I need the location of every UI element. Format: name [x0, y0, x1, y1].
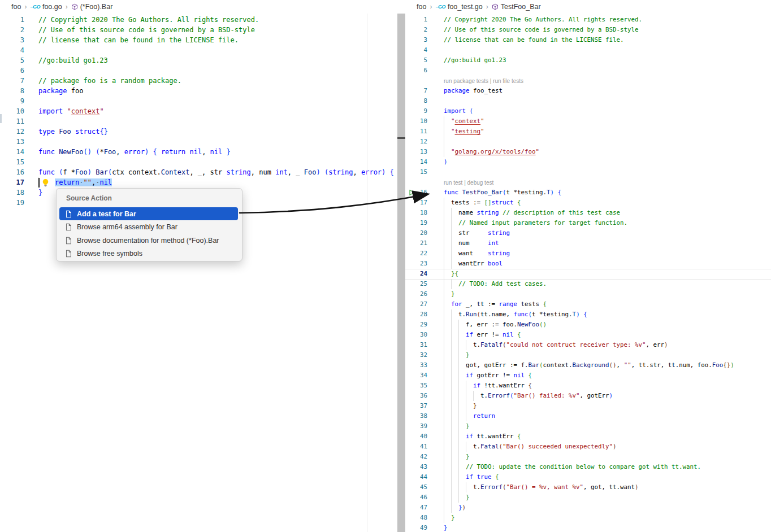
code-line-2[interactable]: 2// Use of this source code is governed …: [405, 25, 771, 35]
code-line-9[interactable]: 9import (: [405, 106, 771, 116]
code-line-15[interactable]: 15: [0, 157, 402, 167]
code-line-27[interactable]: 27 for _, tt := range tests {: [405, 299, 771, 309]
code-line-34[interactable]: 34 if gotErr != nil {: [405, 370, 771, 381]
code-line-41[interactable]: 41 t.Fatal("Bar() succeeded unexpectedly…: [405, 442, 771, 452]
codelens-link[interactable]: run package tests: [444, 78, 488, 84]
code-line-5[interactable]: 5//go:build go1.23: [405, 55, 771, 66]
code-line-18[interactable]: 18 name string // description of this te…: [405, 208, 771, 218]
code-token: !tt.wantErr {: [480, 382, 532, 389]
code-line-46[interactable]: 46 }: [405, 492, 771, 503]
code-line-23[interactable]: 23 wantErr bool: [405, 259, 771, 269]
code-line-45[interactable]: 45 t.Errorf("Bar() = %v, want %v", got, …: [405, 482, 771, 492]
breadcrumb-item-foo[interactable]: foo: [417, 3, 426, 11]
code-line-49[interactable]: 49}: [405, 523, 771, 532]
code-line-21[interactable]: 21 num int: [405, 238, 771, 248]
breadcrumb-item--foo-bar[interactable]: (*Foo).Bar: [71, 3, 113, 11]
code-line-35[interactable]: 35 if !tt.wantErr {: [405, 381, 771, 391]
code-line-6[interactable]: 6: [405, 66, 771, 76]
code-line-3[interactable]: 3// license that can be found in the LIC…: [0, 35, 402, 45]
code-text: // license that can be found in the LICE…: [38, 35, 239, 45]
code-line-20[interactable]: 20 str string: [405, 228, 771, 238]
code-token: "": [84, 178, 92, 186]
code-token: [444, 128, 451, 135]
code-token: (): [539, 321, 547, 328]
code-token: [444, 412, 473, 420]
code-line-38[interactable]: 38 return: [405, 411, 771, 421]
code-line-15[interactable]: 15: [405, 167, 771, 177]
split-sash[interactable]: [397, 14, 405, 532]
code-token: (context.: [539, 361, 573, 369]
code-line-44[interactable]: 44 if true {: [405, 472, 771, 482]
code-area-foo-test-go[interactable]: 1// Copyright 2020 The Go Authors. All r…: [405, 14, 771, 532]
code-line-16[interactable]: 16func (f *Foo) Bar(ctx context.Context,…: [0, 167, 402, 177]
code-line-14[interactable]: 14func NewFoo() (*Foo, error) { return n…: [0, 147, 402, 157]
code-line-14[interactable]: 14): [405, 157, 771, 167]
code-line-13[interactable]: 13 "golang.org/x/tools/foo": [405, 147, 771, 157]
code-token: type: [38, 128, 55, 136]
code-line-26[interactable]: 26 }: [405, 289, 771, 299]
code-line-11[interactable]: 11 "testing": [405, 127, 771, 137]
run-test-icon[interactable]: [408, 189, 415, 196]
breadcrumb-item-testfoo-bar[interactable]: TestFoo_Bar: [492, 3, 541, 11]
line-number: 25: [405, 279, 427, 289]
code-line-4[interactable]: 4: [405, 45, 771, 55]
code-line-42[interactable]: 42 }: [405, 452, 771, 462]
breadcrumb-item-foo-test-go[interactable]: ‒GOfoo_test.go: [435, 3, 482, 11]
breadcrumb-item-foo-go[interactable]: ‒GOfoo.go: [30, 3, 62, 11]
menu-item-browse-free-symbols[interactable]: Browse free symbols: [59, 247, 238, 260]
code-line-8[interactable]: 8: [405, 96, 771, 106]
line-number: 6: [0, 66, 24, 76]
code-line-33[interactable]: 33 got, gotErr := f.Bar(context.Backgrou…: [405, 360, 771, 370]
code-text: package foo: [38, 86, 83, 96]
code-line-10[interactable]: 10import "context": [0, 106, 402, 116]
code-line-6[interactable]: 6: [0, 66, 402, 76]
code-line-12[interactable]: 12type Foo struct{}: [0, 127, 402, 137]
codelens-link[interactable]: run test: [444, 180, 462, 186]
code-line-7[interactable]: 7// package foo is a random package.: [0, 76, 402, 86]
code-token: nil: [99, 178, 112, 186]
code-line-48[interactable]: 48 }: [405, 513, 771, 523]
menu-item-browse-arm64-assembly-for-bar[interactable]: Browse arm64 assembly for Bar: [59, 221, 238, 234]
code-line-7[interactable]: 7package foo_test: [405, 86, 771, 96]
code-line-2[interactable]: 2// Use of this source code is governed …: [0, 25, 402, 35]
code-line-22[interactable]: 22 want string: [405, 248, 771, 259]
code-line-25[interactable]: 25 // TODO: Add test cases.: [405, 279, 771, 289]
code-line-5[interactable]: 5//go:build go1.23: [0, 55, 402, 66]
code-line-11[interactable]: 11: [0, 116, 402, 127]
code-line-12[interactable]: 12: [405, 137, 771, 147]
code-line-24[interactable]: 24 }{: [405, 269, 771, 279]
code-line-40[interactable]: 40 if tt.wantErr {: [405, 431, 771, 442]
code-token: Bar: [96, 168, 108, 176]
code-line-4[interactable]: 4: [0, 45, 402, 55]
code-token: Errorf: [480, 483, 503, 491]
code-text: func (f *Foo) Bar(ctx context.Context, _…: [38, 167, 394, 177]
breadcrumb-item-foo[interactable]: foo: [11, 3, 21, 11]
code-line-30[interactable]: 30 if err != nil {: [405, 330, 771, 340]
code-line-3[interactable]: 3// license that can be found in the LIC…: [405, 35, 771, 45]
code-line-1[interactable]: 1// Copyright 2020 The Go Authors. All r…: [0, 15, 402, 25]
menu-item-add-a-test-for-bar[interactable]: Add a test for Bar: [59, 207, 238, 220]
code-line-32[interactable]: 32 }: [405, 350, 771, 360]
code-area-foo-go[interactable]: 1// Copyright 2020 The Go Authors. All r…: [0, 14, 402, 532]
code-line-28[interactable]: 28 t.Run(tt.name, func(t *testing.T) {: [405, 309, 771, 320]
code-line-29[interactable]: 29 f, err := foo.NewFoo(): [405, 320, 771, 330]
menu-item-browse-documentation-for-method-foo-bar[interactable]: Browse documentation for method (*Foo).B…: [59, 234, 238, 247]
code-line-8[interactable]: 8package foo: [0, 86, 402, 96]
code-line-10[interactable]: 10 "context": [405, 116, 771, 127]
code-token: {: [492, 473, 499, 481]
code-line-17[interactable]: 17 tests := []struct {: [405, 198, 771, 208]
code-line-31[interactable]: 31 t.Fatalf("could not contruct receiver…: [405, 340, 771, 350]
code-line-1[interactable]: 1// Copyright 2020 The Go Authors. All r…: [405, 15, 771, 25]
code-line-43[interactable]: 43 // TODO: update the condition below t…: [405, 462, 771, 472]
code-line-39[interactable]: 39 }: [405, 421, 771, 431]
code-line-47[interactable]: 47 }): [405, 503, 771, 513]
code-line-13[interactable]: 13: [0, 137, 402, 147]
code-line-36[interactable]: 36 t.Errorf("Bar() failed: %v", gotErr): [405, 391, 771, 401]
code-line-9[interactable]: 9: [0, 96, 402, 106]
codelens-link[interactable]: run file tests: [493, 78, 523, 84]
codelens-link[interactable]: debug test: [467, 180, 494, 186]
code-line-37[interactable]: 37 }: [405, 401, 771, 411]
code-line-17[interactable]: 17 return·"",·nil: [0, 177, 402, 187]
code-line-16[interactable]: 16func TestFoo_Bar(t *testing.T) {: [405, 187, 771, 198]
code-line-19[interactable]: 19 // Named input parameters for target …: [405, 218, 771, 228]
